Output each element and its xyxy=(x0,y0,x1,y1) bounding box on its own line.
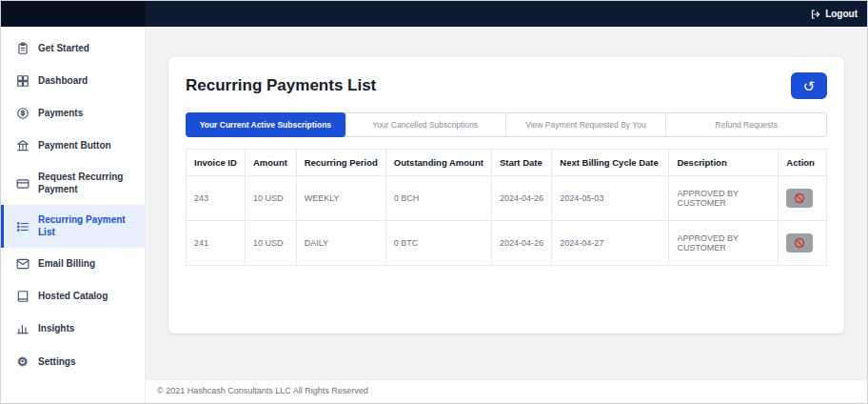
envelope-icon xyxy=(15,257,30,271)
cell-description: APPROVED BY CUSTOMER xyxy=(669,221,779,266)
refresh-button[interactable]: ↺ xyxy=(791,72,827,99)
sidebar-item-label: Get Started xyxy=(38,43,89,55)
top-bar: Logout xyxy=(1,1,867,27)
sidebar-item-recurring-payment-list[interactable]: Recurring Payment List xyxy=(1,205,145,248)
cell-start-date: 2024-04-26 xyxy=(491,176,551,221)
cell-recurring-period: WEEKLY xyxy=(296,176,385,221)
logout-button[interactable]: Logout xyxy=(810,9,867,20)
cell-action xyxy=(779,221,827,266)
sidebar-item-label: Payments xyxy=(38,108,83,120)
app-body: Get Started Dashboard Payments Payment B… xyxy=(1,27,867,403)
sidebar-item-request-recurring-payment[interactable]: Request Recurring Payment xyxy=(1,162,145,205)
cell-outstanding-amount: 0 BTC xyxy=(385,221,491,266)
cell-outstanding-amount: 0 BCH xyxy=(385,176,491,221)
sidebar-item-payment-button[interactable]: Payment Button xyxy=(1,130,145,162)
bar-chart-icon xyxy=(15,322,30,335)
cell-description: APPROVED BY CUSTOMER xyxy=(669,176,779,221)
sidebar-item-payments[interactable]: Payments xyxy=(1,97,145,130)
cancel-subscription-button[interactable] xyxy=(786,233,813,252)
cell-amount: 10 USD xyxy=(245,221,296,266)
sidebar-item-label: Payment Button xyxy=(38,140,111,152)
sidebar-item-label: Settings xyxy=(38,356,75,369)
column-header-action: Action xyxy=(779,150,827,176)
sidebar-item-settings[interactable]: ⚙ Settings xyxy=(1,345,145,379)
tab-refund-requests[interactable]: Refund Requests xyxy=(666,113,826,136)
cell-recurring-period: DAILY xyxy=(296,221,385,266)
logout-icon xyxy=(810,9,821,20)
column-header-outstanding-amount: Outstanding Amount xyxy=(385,150,491,176)
sidebar-item-label: Dashboard xyxy=(38,75,88,88)
column-header-start-date: Start Date xyxy=(491,150,551,176)
ban-icon xyxy=(794,237,805,249)
sidebar: Get Started Dashboard Payments Payment B… xyxy=(1,27,146,403)
column-header-amount: Amount xyxy=(245,150,296,176)
clipboard-icon xyxy=(15,42,30,55)
bank-icon xyxy=(15,139,30,152)
column-header-invoice-id: Invoice ID xyxy=(187,150,246,176)
book-icon xyxy=(15,290,30,303)
cell-next-billing-cycle-date: 2024-04-27 xyxy=(552,221,669,266)
subscription-tabs: Your Current Active Subscriptions Your C… xyxy=(186,112,827,137)
column-header-next-billing-cycle-date: Next Billing Cycle Date xyxy=(552,150,669,176)
card-icon xyxy=(15,177,30,191)
recurring-payments-table: Invoice ID Amount Recurring Period Outst… xyxy=(186,149,827,266)
tab-payment-requested-by-you[interactable]: View Payment Requested By You xyxy=(506,113,667,136)
cell-amount: 10 USD xyxy=(245,176,296,221)
column-header-description: Description xyxy=(669,150,779,176)
sidebar-item-label: Insights xyxy=(38,323,74,335)
cancel-subscription-button[interactable] xyxy=(786,189,813,208)
main-content: Recurring Payments List ↺ Your Current A… xyxy=(146,27,867,403)
grid-icon xyxy=(15,74,30,88)
refresh-icon: ↺ xyxy=(803,79,816,93)
brand-logo-area xyxy=(1,1,146,27)
sidebar-item-hosted-catalog[interactable]: Hosted Catalog xyxy=(1,280,145,313)
cell-action xyxy=(779,176,827,221)
table-row: 241 10 USD DAILY 0 BTC 2024-04-26 2024-0… xyxy=(187,221,827,266)
dollar-circle-icon xyxy=(15,107,30,120)
cell-invoice-id: 241 xyxy=(187,221,246,266)
sidebar-item-label: Email Billing xyxy=(38,258,95,271)
sidebar-item-get-started[interactable]: Get Started xyxy=(1,32,145,65)
logout-label: Logout xyxy=(825,9,858,19)
app-window: Logout Get Started Dashboard Payments Pa… xyxy=(0,0,868,404)
copyright-text: © 2021 Hashcash Consultants LLC All Righ… xyxy=(146,380,867,403)
card-header: Recurring Payments List ↺ xyxy=(186,72,827,99)
sidebar-item-label: Request Recurring Payment xyxy=(38,172,135,195)
list-icon xyxy=(15,220,30,233)
ban-icon xyxy=(794,192,805,204)
sidebar-item-dashboard[interactable]: Dashboard xyxy=(1,65,145,97)
cell-next-billing-cycle-date: 2024-05-03 xyxy=(552,176,669,221)
sidebar-item-insights[interactable]: Insights xyxy=(1,313,145,345)
sidebar-item-label: Hosted Catalog xyxy=(38,291,108,303)
tab-cancelled-subscriptions[interactable]: Your Cancelled Subscriptions xyxy=(345,113,506,136)
table-header-row: Invoice ID Amount Recurring Period Outst… xyxy=(187,150,827,176)
sidebar-item-label: Recurring Payment List xyxy=(38,214,135,238)
cell-invoice-id: 243 xyxy=(187,176,246,221)
cell-start-date: 2024-04-26 xyxy=(491,221,551,266)
column-header-recurring-period: Recurring Period xyxy=(296,150,385,176)
page-title: Recurring Payments List xyxy=(186,76,376,95)
tab-current-active-subscriptions[interactable]: Your Current Active Subscriptions xyxy=(186,112,346,137)
recurring-payments-card: Recurring Payments List ↺ Your Current A… xyxy=(168,57,844,333)
table-row: 243 10 USD WEEKLY 0 BCH 2024-04-26 2024-… xyxy=(187,176,827,221)
sidebar-item-email-billing[interactable]: Email Billing xyxy=(1,248,145,280)
gear-icon: ⚙ xyxy=(15,354,30,370)
